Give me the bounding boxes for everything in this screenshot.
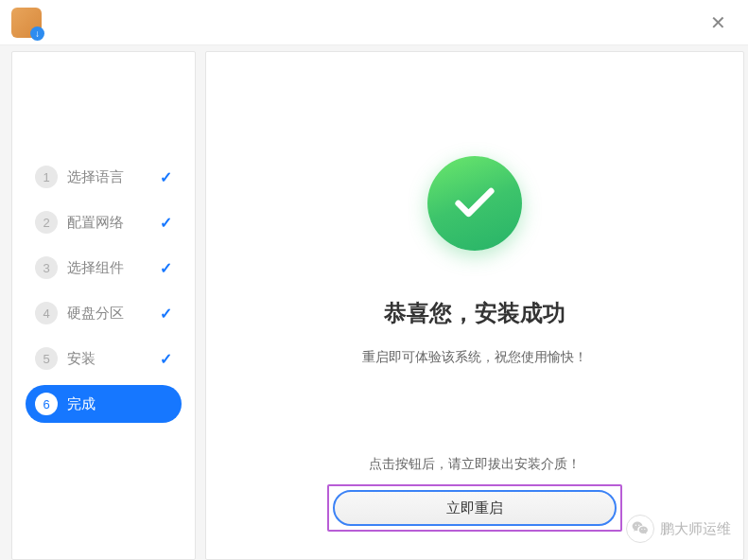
- titlebar: ↓ ✕: [0, 0, 748, 45]
- sidebar-step-3[interactable]: 3选择组件✓: [26, 249, 182, 287]
- step-number: 4: [35, 302, 58, 324]
- check-icon: ✓: [160, 168, 172, 186]
- hint-text: 点击按钮后，请立即拔出安装介质！: [369, 456, 581, 473]
- step-number: 5: [35, 347, 58, 370]
- restart-button[interactable]: 立即重启: [333, 490, 617, 526]
- close-button[interactable]: ✕: [706, 11, 729, 34]
- download-badge-icon: ↓: [30, 26, 44, 41]
- step-label: 选择语言: [67, 168, 160, 186]
- sidebar-step-1[interactable]: 1选择语言✓: [26, 158, 182, 196]
- page-subtitle: 重启即可体验该系统，祝您使用愉快！: [362, 349, 587, 366]
- step-label: 完成: [67, 395, 172, 413]
- step-label: 硬盘分区: [67, 305, 160, 323]
- step-label: 安装: [67, 350, 160, 368]
- step-number: 2: [35, 211, 58, 234]
- sidebar-step-4[interactable]: 4硬盘分区✓: [26, 294, 182, 332]
- check-icon: ✓: [160, 214, 172, 232]
- sidebar-step-2[interactable]: 2配置网络✓: [26, 203, 182, 241]
- sidebar-step-5[interactable]: 5安装✓: [26, 340, 182, 377]
- check-icon: ✓: [160, 350, 172, 368]
- check-icon: ✓: [160, 259, 172, 277]
- watermark-text: 鹏大师运维: [660, 520, 731, 538]
- step-label: 选择组件: [67, 259, 160, 277]
- watermark: 鹏大师运维: [626, 515, 731, 543]
- step-label: 配置网络: [67, 214, 160, 232]
- step-number: 1: [35, 166, 58, 188]
- success-icon: [427, 156, 522, 251]
- restart-button-label: 立即重启: [446, 499, 503, 517]
- sidebar-step-6[interactable]: 6完成: [26, 385, 182, 423]
- app-logo: ↓: [11, 8, 42, 38]
- restart-button-highlight: 立即重启: [327, 484, 622, 532]
- sidebar: 1选择语言✓2配置网络✓3选择组件✓4硬盘分区✓5安装✓6完成: [11, 51, 196, 560]
- page-title: 恭喜您，安装成功: [384, 298, 565, 328]
- check-icon: ✓: [160, 305, 172, 323]
- content-panel: 恭喜您，安装成功 重启即可体验该系统，祝您使用愉快！ 点击按钮后，请立即拔出安装…: [205, 51, 744, 560]
- wechat-icon: [626, 515, 654, 543]
- main-container: 1选择语言✓2配置网络✓3选择组件✓4硬盘分区✓5安装✓6完成 恭喜您，安装成功…: [0, 45, 748, 560]
- step-number: 3: [35, 256, 58, 279]
- close-icon: ✕: [710, 11, 726, 34]
- step-number: 6: [35, 393, 58, 415]
